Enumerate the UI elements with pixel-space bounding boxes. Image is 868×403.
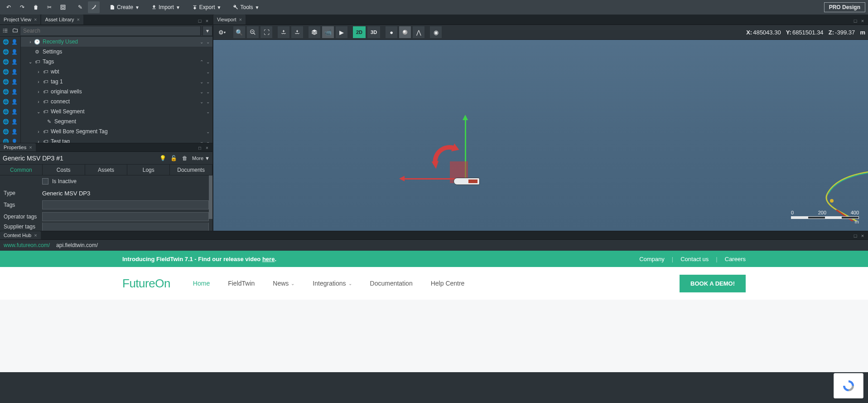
tab-context-hub[interactable]: Context Hub × bbox=[0, 231, 41, 239]
collapse-all-icon[interactable]: ⌄ bbox=[200, 89, 203, 94]
tree-item-wbt[interactable]: › 🏷 wbt ⌄ bbox=[21, 67, 212, 77]
collapse-all-icon[interactable]: ⌄ bbox=[200, 39, 203, 44]
collapse-all-icon[interactable]: ⌄ bbox=[200, 139, 203, 143]
chevron-right-icon[interactable]: › bbox=[27, 39, 34, 44]
expand-toggle-icon[interactable]: ⌄ bbox=[206, 109, 210, 114]
nav-company[interactable]: Company bbox=[639, 256, 665, 262]
chevron-right-icon[interactable]: › bbox=[35, 89, 42, 94]
user-icon[interactable]: 👤 bbox=[11, 38, 18, 45]
prop-tab-common[interactable]: Common bbox=[0, 165, 43, 175]
tree-item-tags[interactable]: ⌄ 🏷 Tags ⌃⌄ bbox=[21, 57, 212, 67]
tree-item-test-tag[interactable]: › 🏷 Test tag ⌄⌄ bbox=[21, 136, 212, 143]
play-button[interactable]: ▶ bbox=[336, 26, 347, 38]
globe-icon[interactable]: 🌐 bbox=[2, 98, 10, 105]
nav-careers[interactable]: Careers bbox=[725, 256, 746, 262]
measure-button[interactable]: ⋀ bbox=[413, 26, 424, 38]
logo[interactable]: FutureOn bbox=[122, 277, 170, 291]
group-select-button[interactable] bbox=[57, 1, 69, 13]
zoom-out-button[interactable] bbox=[247, 26, 259, 38]
fullscreen-button[interactable]: ⛶ bbox=[260, 26, 272, 38]
close-icon[interactable]: × bbox=[203, 17, 211, 24]
nav-home[interactable]: Home bbox=[193, 280, 210, 287]
layers-button[interactable] bbox=[309, 26, 320, 38]
tools-menu[interactable]: Tools ▼ bbox=[228, 1, 264, 13]
recaptcha-badge[interactable] bbox=[834, 373, 863, 398]
collapse-all-icon[interactable]: ⌃ bbox=[200, 59, 203, 64]
tab-viewport[interactable]: Viewport × bbox=[213, 15, 246, 24]
maximize-icon[interactable]: □ bbox=[852, 17, 859, 24]
user-icon[interactable]: 👤 bbox=[11, 88, 18, 95]
viewport-canvas[interactable]: 0 200 400 m bbox=[213, 40, 868, 231]
globe-icon[interactable]: 🌐 bbox=[2, 118, 10, 125]
chevron-down-icon[interactable]: ⌄ bbox=[35, 109, 42, 114]
is-inactive-checkbox[interactable] bbox=[42, 178, 48, 185]
mode-3d-button[interactable]: 3D bbox=[367, 26, 380, 38]
expand-toggle-icon[interactable]: ⌄ bbox=[206, 139, 210, 143]
globe-icon[interactable]: 🌐 bbox=[2, 68, 10, 75]
viewport-settings-button[interactable]: ⚙▾ bbox=[216, 26, 228, 38]
expand-toggle-icon[interactable]: ⌄ bbox=[206, 39, 210, 44]
gizmo-rotate-handle[interactable] bbox=[429, 142, 461, 174]
tree-item-original-wells[interactable]: › 🏷 original wells ⌄⌄ bbox=[21, 87, 212, 97]
tab-properties[interactable]: Properties × bbox=[0, 143, 36, 151]
nav-fieldtwin[interactable]: FieldTwin bbox=[228, 280, 255, 287]
more-menu[interactable]: More ▼ bbox=[192, 155, 210, 161]
expand-toggle-icon[interactable]: ⌄ bbox=[206, 59, 210, 64]
pencil-tool-button[interactable]: ✎ bbox=[74, 1, 86, 13]
record-button[interactable]: ◉ bbox=[430, 26, 442, 38]
expand-toggle-icon[interactable]: ⌄ bbox=[206, 99, 210, 104]
user-icon[interactable]: 👤 bbox=[11, 58, 18, 65]
prop-tab-logs[interactable]: Logs bbox=[127, 165, 170, 175]
tree-item-segment[interactable]: ✎ Segment bbox=[21, 117, 212, 126]
close-icon[interactable]: × bbox=[859, 17, 866, 24]
user-icon[interactable]: 👤 bbox=[11, 48, 18, 55]
redo-button[interactable]: ↷ bbox=[16, 1, 28, 13]
banner-link[interactable]: here bbox=[262, 256, 275, 262]
maximize-icon[interactable]: □ bbox=[196, 17, 203, 24]
collapse-all-icon[interactable]: ⌄ bbox=[200, 79, 203, 84]
close-icon[interactable]: × bbox=[859, 232, 866, 239]
expand-toggle-icon[interactable]: ⌄ bbox=[206, 69, 210, 74]
tab-asset-library[interactable]: Asset Library × bbox=[41, 15, 83, 24]
mode-2d-button[interactable]: 2D bbox=[353, 26, 366, 38]
expand-toggle-icon[interactable]: ⌄ bbox=[206, 129, 210, 134]
maximize-icon[interactable]: □ bbox=[196, 144, 203, 151]
chevron-down-icon[interactable]: ⌄ bbox=[27, 59, 34, 64]
user-icon[interactable]: 👤 bbox=[11, 118, 18, 125]
user-icon[interactable]: 👤 bbox=[11, 128, 18, 135]
globe-icon[interactable]: 🌐 bbox=[2, 88, 10, 95]
chevron-right-icon[interactable]: › bbox=[35, 79, 42, 84]
book-demo-button[interactable]: BOOK A DEMO! bbox=[680, 275, 746, 292]
folder-view-button[interactable] bbox=[10, 26, 20, 36]
tree-view-button[interactable] bbox=[0, 26, 10, 36]
close-icon[interactable]: × bbox=[34, 233, 37, 238]
globe-icon[interactable]: 🌐 bbox=[2, 38, 10, 45]
undo-button[interactable]: ↶ bbox=[3, 1, 14, 13]
collapse-all-icon[interactable]: ⌄ bbox=[200, 99, 203, 104]
shading-flat-button[interactable]: ● bbox=[386, 26, 397, 38]
globe-icon[interactable]: 🌐 bbox=[2, 108, 10, 115]
zoom-in-button[interactable]: 🔍 bbox=[233, 26, 245, 38]
lightbulb-icon[interactable]: 💡 bbox=[159, 155, 167, 162]
search-input[interactable] bbox=[20, 26, 201, 36]
close-icon[interactable]: × bbox=[77, 17, 80, 22]
nav-integrations[interactable]: Integrations⌄ bbox=[313, 280, 352, 287]
chevron-right-icon[interactable]: › bbox=[35, 139, 42, 143]
nav-news[interactable]: News⌄ bbox=[273, 280, 294, 287]
lower-water-button[interactable] bbox=[291, 26, 303, 38]
asset-ship[interactable] bbox=[453, 178, 480, 185]
create-menu[interactable]: Create ▼ bbox=[105, 1, 144, 13]
nav-help-centre[interactable]: Help Centre bbox=[431, 280, 465, 287]
globe-icon[interactable]: 🌐 bbox=[2, 78, 10, 85]
chevron-right-icon[interactable]: › bbox=[35, 69, 42, 74]
supplier-tags-input[interactable] bbox=[42, 223, 209, 231]
user-icon[interactable]: 👤 bbox=[11, 68, 18, 75]
nav-contact[interactable]: Contact us bbox=[680, 256, 709, 262]
close-icon[interactable]: × bbox=[239, 17, 242, 22]
tree-item-tag1[interactable]: › 🏷 tag 1 ⌄⌄ bbox=[21, 77, 212, 87]
chevron-right-icon[interactable]: › bbox=[35, 99, 42, 104]
scrollbar[interactable] bbox=[209, 175, 212, 219]
pro-design-badge[interactable]: PRO Design bbox=[824, 2, 865, 12]
trash-icon[interactable]: 🗑 bbox=[181, 155, 188, 162]
close-icon[interactable]: × bbox=[34, 17, 37, 22]
